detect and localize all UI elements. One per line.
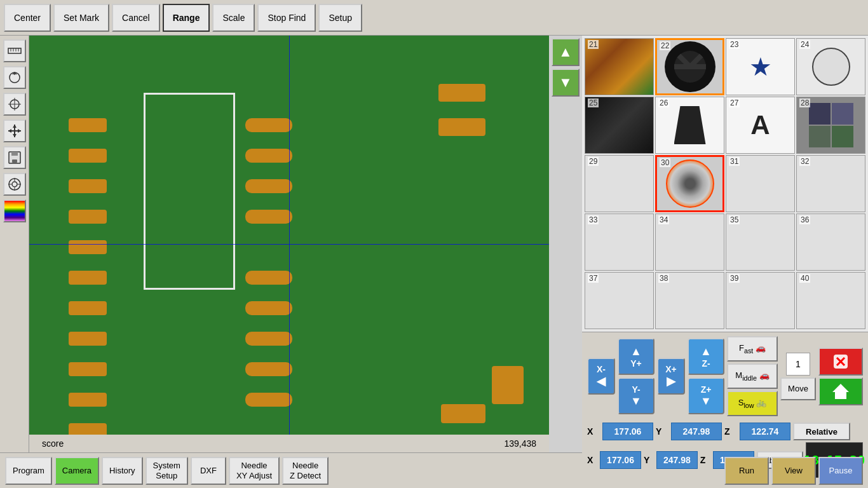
speed-middle-button[interactable]: Middle 🚗 [727, 363, 778, 389]
jog-z-minus-button[interactable]: ▲ Z- [688, 338, 724, 375]
component-outline [144, 93, 235, 290]
camera-view: score 139,438 [29, 36, 549, 452]
save-tool[interactable] [3, 146, 26, 169]
speed-fast-button[interactable]: Fast 🚗 [727, 336, 778, 362]
nav-up-button[interactable]: ▲ [552, 38, 580, 66]
move-tool[interactable] [3, 119, 26, 142]
set-mark-button[interactable]: Set Mark [53, 4, 109, 32]
needle-xy-button[interactable]: Needle XY Adjust [229, 457, 280, 485]
crosshair-tool[interactable] [3, 93, 26, 116]
needle-z-button[interactable]: Needle Z Detect [282, 457, 329, 485]
thumbnail-31[interactable]: 31 [726, 155, 795, 212]
move-input[interactable] [786, 353, 810, 376]
smd-pad [245, 301, 292, 315]
jog-y-plus-button[interactable]: ▲ Y+ [618, 338, 654, 375]
move-button[interactable]: Move [780, 377, 816, 400]
stop-find-button[interactable]: Stop Find [257, 4, 316, 32]
right-panel: 21 22 [582, 36, 868, 452]
thumbnail-38[interactable]: 38 [655, 272, 724, 329]
range-button[interactable]: Range [163, 4, 210, 32]
smd-pad [245, 210, 292, 224]
thumbnail-26[interactable]: 26 [655, 97, 724, 154]
thumbnail-25[interactable]: 25 [585, 97, 654, 154]
x-value-1: 177.06 [602, 423, 653, 440]
nav-down-button[interactable]: ▼ [552, 69, 580, 97]
smd-pad [438, 84, 485, 102]
svg-rect-17 [12, 159, 17, 163]
cancel-button[interactable]: Cancel [112, 4, 160, 32]
toolbar: Center Set Mark Cancel Range Scale Stop … [0, 0, 868, 36]
jog-z-plus-button[interactable]: Z+ ▼ [688, 377, 724, 414]
smd-pad [69, 210, 107, 224]
relative-mode-button[interactable]: Relative [793, 423, 850, 440]
smd-pad [69, 149, 107, 163]
thumbnail-22[interactable]: 22 [655, 38, 724, 95]
smd-pad [245, 393, 292, 407]
view-button[interactable]: View [771, 457, 816, 485]
y-value-1: 247.98 [671, 423, 722, 440]
score-value: 139,438 [504, 438, 536, 449]
thumbnail-32[interactable]: 32 [796, 155, 865, 212]
x-label-1: X [587, 426, 600, 437]
svg-marker-11 [13, 125, 17, 128]
crosshair-vertical [289, 36, 290, 452]
thumbnail-28[interactable]: 28 [796, 97, 865, 154]
svg-rect-16 [11, 152, 18, 156]
x-label-2: X [587, 455, 597, 465]
smd-pad [69, 301, 107, 315]
x-value-2: 177.06 [600, 451, 641, 469]
setup-button[interactable]: Setup [318, 4, 362, 32]
smd-pad [245, 332, 292, 346]
smd-pad [69, 332, 107, 346]
svg-marker-12 [13, 134, 17, 137]
smd-pad [245, 179, 292, 193]
pause-button[interactable]: Pause [818, 457, 863, 485]
thumbnail-36[interactable]: 36 [796, 214, 865, 271]
system-setup-button[interactable]: System Setup [146, 457, 188, 485]
home-button[interactable] [818, 377, 863, 405]
thumbnail-35[interactable]: 35 [726, 214, 795, 271]
rotate-tool[interactable] [3, 66, 26, 89]
jog-y-minus-button[interactable]: Y- ▼ [618, 377, 654, 414]
smd-pad [69, 118, 107, 132]
thumbnail-37[interactable]: 37 [585, 272, 654, 329]
color-tool[interactable] [3, 200, 26, 222]
center-button[interactable]: Center [4, 4, 51, 32]
main-area: score 139,438 ▲ ▼ 21 22 [0, 36, 868, 452]
y-jog-pair: ▲ Y+ Y- ▼ [618, 338, 654, 414]
thumbnail-40[interactable]: 40 [796, 272, 865, 329]
camera-button[interactable]: Camera [55, 457, 99, 485]
thumbnail-34[interactable]: 34 [655, 214, 724, 271]
dxf-button[interactable]: DXF [191, 457, 226, 485]
target-tool[interactable] [3, 173, 26, 196]
navigation-arrows: ▲ ▼ [549, 36, 582, 452]
thumbnail-29[interactable]: 29 [585, 155, 654, 212]
history-button[interactable]: History [102, 457, 142, 485]
jog-x-plus-button[interactable]: X+ ▶ [657, 358, 685, 395]
svg-marker-27 [832, 384, 849, 399]
z-jog-pair: ▲ Z- Z+ ▼ [688, 338, 724, 414]
thumbnail-grid: 21 22 [582, 36, 868, 332]
thumbnail-27[interactable]: 27 A [726, 97, 795, 154]
thumbnail-21[interactable]: 21 [585, 38, 654, 95]
smd-pad [438, 118, 485, 136]
program-button[interactable]: Program [5, 457, 52, 485]
thumbnail-39[interactable]: 39 [726, 272, 795, 329]
speed-slow-button[interactable]: Slow 🚲 [727, 391, 778, 416]
coord-row-1: X 177.06 Y 247.98 Z 122.74 Relative [587, 423, 863, 440]
thumbnail-23[interactable]: 23 ★ [726, 38, 795, 95]
svg-marker-14 [18, 129, 21, 133]
score-label: score [42, 438, 64, 449]
smd-pad [69, 240, 107, 254]
thumbnail-24[interactable]: 24 [796, 38, 865, 95]
thumbnail-30[interactable]: 30 [655, 155, 724, 212]
stop-button[interactable] [818, 348, 863, 376]
smd-pad [69, 393, 107, 407]
thumbnail-33[interactable]: 33 [585, 214, 654, 271]
jog-x-minus-button[interactable]: X- ◀ [587, 358, 615, 395]
speed-controls: Fast 🚗 Middle 🚗 Slow 🚲 [727, 336, 778, 416]
smd-pad [69, 362, 107, 376]
ruler-tool[interactable] [3, 39, 26, 62]
scale-button[interactable]: Scale [212, 4, 255, 32]
run-button[interactable]: Run [724, 457, 769, 485]
